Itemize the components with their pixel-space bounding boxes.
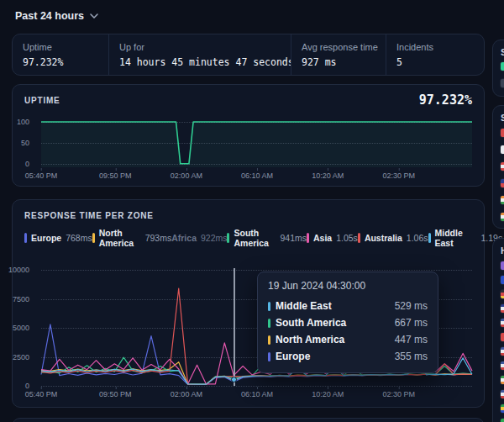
- legend-item-europe[interactable]: Europe768ms: [24, 233, 92, 243]
- tooltip-color-chip: [268, 352, 270, 361]
- tooltip-zone-value: 447 ms: [395, 334, 428, 346]
- legend-zone-name: Africa: [171, 233, 197, 243]
- tooltip-zone-name: South America: [276, 317, 390, 329]
- legend-item-south-america[interactable]: South America941ms: [227, 228, 307, 248]
- rail-card-heading: S: [501, 47, 504, 57]
- gridline: [41, 122, 472, 123]
- flag-icon: [501, 404, 504, 413]
- tooltip-zone-value: 667 ms: [395, 317, 428, 329]
- gridline: [41, 143, 472, 144]
- legend-color-chip: [428, 233, 431, 243]
- tooltip-row: North America447 ms: [268, 331, 428, 348]
- time-range-dropdown[interactable]: Past 24 hours: [15, 10, 98, 22]
- stat-up-for-value: 14 hours 45 minutes 47 seconds: [119, 56, 284, 68]
- flag-icon: [501, 290, 504, 298]
- x-tick-label: 02:00 AM: [171, 390, 202, 398]
- tooltip-zone-name: Middle East: [276, 300, 390, 312]
- x-tick-label: 02:00 AM: [171, 171, 202, 180]
- uptime-percentage-value: 97.232%: [419, 92, 472, 108]
- stat-uptime-value: 97.232%: [23, 56, 102, 68]
- tooltip-row: South America667 ms: [268, 314, 428, 331]
- y-tick-label: 50: [8, 139, 34, 147]
- uptime-y-axis: 100500: [13, 119, 38, 167]
- legend-zone-value: 1.06s: [407, 233, 428, 243]
- flag-icon: [501, 347, 504, 356]
- x-tick-label: 09:50 PM: [99, 171, 132, 180]
- uptime-x-axis: 05:40 PM09:50 PM02:00 AM06:10 AM10:20 AM…: [41, 171, 472, 182]
- flag-icon: [501, 333, 504, 341]
- flag-icon: [501, 62, 504, 71]
- gridline: [41, 164, 472, 165]
- x-tick-label: 10:20 AM: [312, 171, 344, 180]
- tooltip-zone-value: 355 ms: [395, 351, 428, 362]
- y-tick-label: 100: [8, 118, 34, 126]
- flag-icon: [501, 162, 504, 171]
- stat-avg-response: Avg response time 927 ms: [291, 34, 386, 75]
- legend-item-north-america[interactable]: North America793ms: [92, 228, 172, 248]
- legend-zone-name: Middle East: [435, 228, 477, 248]
- legend-color-chip: [227, 233, 229, 243]
- y-tick-label: 5000: [8, 324, 34, 332]
- tooltip-row: Europe355 ms: [268, 348, 428, 365]
- response-panel-title: RESPONSE TIME PER ZONE: [24, 211, 154, 220]
- chart-tooltip: 19 Jun 2024 04:30:00 Middle East529 msSo…: [257, 272, 438, 373]
- legend-zone-name: North America: [99, 228, 141, 248]
- tooltip-color-chip: [268, 319, 270, 328]
- legend-color-chip: [358, 233, 360, 243]
- stat-avg-response-label: Avg response time: [302, 42, 379, 52]
- tooltip-zone-name: North America: [276, 334, 390, 346]
- tooltip-timestamp: 19 Jun 2024 04:30:00: [268, 280, 428, 292]
- next-panel-edge: [12, 418, 485, 422]
- legend-color-chip: [24, 233, 27, 243]
- flag-icon: [501, 304, 504, 313]
- uptime-chart[interactable]: [41, 119, 472, 167]
- gridline: [41, 270, 472, 271]
- y-tick-label: 7500: [8, 295, 34, 303]
- y-tick-label: 0: [8, 160, 34, 168]
- legend-zone-value: 1.05s: [336, 233, 358, 243]
- rail-card-heading: H: [501, 245, 504, 256]
- tooltip-row: Middle East529 ms: [268, 298, 428, 314]
- stat-incidents-label: Incidents: [396, 42, 477, 52]
- legend-zone-value: 768ms: [66, 233, 92, 243]
- y-tick-label: 0: [8, 382, 34, 390]
- right-rail-card: S: [492, 40, 504, 97]
- right-rail-card: S: [492, 105, 504, 229]
- flag-icon: [501, 79, 504, 87]
- y-tick-label: 10000: [8, 266, 34, 274]
- right-rail-card: H: [492, 238, 504, 422]
- legend-item-australia[interactable]: Australia1.06s: [358, 233, 428, 243]
- flag-icon: [501, 390, 504, 398]
- x-tick-label: 05:40 PM: [25, 390, 58, 398]
- chevron-down-icon: [90, 13, 98, 18]
- stat-incidents: Incidents 5: [386, 34, 484, 75]
- legend-zone-name: Asia: [313, 233, 332, 243]
- chart-cursor-line: [234, 268, 235, 386]
- legend-zone-name: Europe: [31, 233, 61, 243]
- legend-zone-value: 941ms: [280, 233, 307, 243]
- flag-icon: [501, 376, 504, 384]
- tooltip-zone-name: Europe: [276, 351, 390, 362]
- stat-up-for-label: Up for: [119, 42, 284, 52]
- x-tick-label: 02:30 PM: [383, 171, 416, 180]
- response-y-axis: 100007500500025000: [13, 268, 38, 388]
- rail-card-heading: S: [501, 113, 504, 123]
- stat-avg-response-value: 927 ms: [302, 56, 379, 68]
- legend-zone-value: 922ms: [201, 233, 228, 243]
- legend-zone-name: South America: [234, 228, 276, 248]
- stats-card: Uptime 97.232% Up for 14 hours 45 minute…: [12, 34, 485, 76]
- x-tick-label: 10:20 AM: [312, 390, 344, 398]
- legend-item-asia[interactable]: Asia1.05s: [307, 233, 358, 243]
- legend-item-africa[interactable]: Africa922ms: [171, 233, 227, 243]
- x-tick-label: 02:30 PM: [383, 390, 416, 398]
- response-x-axis: 05:40 PM09:50 PM02:00 AM06:10 AM10:20 AM…: [41, 390, 472, 400]
- tooltip-color-chip: [268, 335, 270, 345]
- flag-icon: [501, 196, 504, 204]
- x-tick-label: 05:40 PM: [25, 171, 58, 180]
- legend-item-middle-east[interactable]: Middle East1.19s: [428, 228, 503, 248]
- flag-icon: [501, 419, 504, 422]
- zone-legend: Europe768msNorth America793msAfrica922ms…: [24, 224, 474, 252]
- legend-zone-name: Australia: [365, 233, 402, 243]
- legend-color-chip: [307, 233, 309, 243]
- flag-icon: [501, 261, 504, 270]
